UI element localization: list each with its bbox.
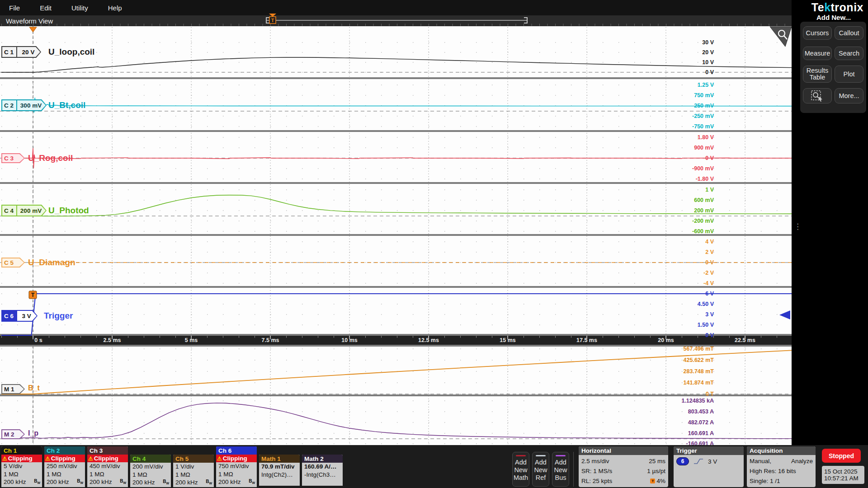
channel-badge-c4[interactable]: C 4200 mV	[1, 205, 47, 216]
measure-button[interactable]: Measure	[803, 47, 832, 60]
datetime-display[interactable]: 15 Oct 202510:57:21 AM	[822, 466, 864, 484]
time-tick-label: 7.5 ms	[262, 337, 279, 343]
badge-scale: 200 mV	[17, 206, 46, 216]
clipping-label: Clipping	[223, 455, 247, 462]
acquisition-panel[interactable]: AcquisitionManual,AnalyzeHigh Res: 16 bi…	[747, 446, 816, 487]
horizontal-row: 2.5 ms/div25 ms	[581, 456, 665, 466]
clipping-warning: ⚠Clipping	[216, 455, 257, 462]
axis-label-c6: 4.50 V	[698, 301, 714, 307]
badge-row: 450 mV/div	[87, 462, 128, 470]
channel-badge-c1[interactable]: C 120 V	[1, 46, 41, 58]
badge-row: 160.69 A/…	[302, 463, 343, 471]
clipping-warning: ⚠Clipping	[1, 455, 42, 462]
horizontal-panel[interactable]: Horizontal2.5 ms/div25 msSR: 1 MS/s1 µs/…	[579, 446, 668, 487]
axis-label-c6: 0 V	[705, 333, 714, 338]
badge-row: 250 mV/div	[44, 462, 85, 470]
add-new-bus-button[interactable]: AddNewBus	[552, 452, 569, 487]
channel-badge-c6[interactable]: C 63 V	[1, 310, 38, 322]
channel-badge-c5[interactable]: C 5	[1, 258, 25, 267]
channel-badge-m1[interactable]: M 1	[1, 384, 25, 394]
channel-setup-badge-ch3[interactable]: Ch 3⚠Clipping450 mV/div1 MΩ200 kHzBW	[87, 446, 128, 487]
trigger-title: Trigger	[674, 446, 744, 455]
badge-header: Ch 3	[87, 446, 128, 455]
menu-help[interactable]: Help	[108, 4, 122, 12]
channel-setup-badge-math2[interactable]: Math 2160.69 A/…-Intg(Ch3…	[302, 455, 343, 486]
menu-utility[interactable]: Utility	[71, 4, 88, 12]
badge-row: -Intg(Ch3…	[302, 471, 343, 479]
axis-label-c6: 1.50 V	[698, 322, 714, 328]
badge-id: C 4	[2, 206, 17, 216]
channel-name-u-loop-coil: U_loop,coil	[48, 47, 94, 57]
badge-row: 200 kHzBW	[1, 478, 42, 486]
badge-header: Ch 4	[130, 455, 171, 463]
badge-row: 200 kHzBW	[130, 479, 171, 487]
channel-badge-m2[interactable]: M 2	[1, 429, 25, 439]
cursors-button[interactable]: Cursors	[803, 26, 832, 40]
axis-label-c3: 900 mV	[694, 145, 714, 150]
badge-row: 200 kHzBW	[216, 478, 257, 486]
trigger-panel[interactable]: Trigger63 V	[674, 446, 744, 487]
badge-header: Ch 5	[173, 455, 214, 463]
badge-id: C 6	[2, 311, 17, 321]
accent-line	[556, 455, 566, 456]
horizontal-cell: SR: 1 MS/s	[581, 468, 612, 474]
callout-button[interactable]: Callout	[835, 26, 863, 40]
results-table-button[interactable]: Results Table	[803, 66, 832, 83]
axis-label-c2: -250 mV	[692, 113, 714, 119]
panel-drag-handle[interactable]: ⋮	[794, 225, 802, 229]
badge-header: Ch 1	[1, 446, 42, 455]
time-tick-label: 17.5 ms	[576, 337, 597, 343]
menu-file[interactable]: File	[9, 4, 20, 12]
badge-scale: 20 V	[17, 47, 40, 57]
axis-label-c5: 4 V	[705, 239, 714, 244]
trace-trigger	[1, 294, 792, 335]
badge-header: Ch 2	[44, 446, 85, 455]
badge-row: 1 MΩ	[44, 470, 85, 479]
more-button[interactable]: More...	[835, 88, 863, 103]
add-new-math-button[interactable]: AddNewMath	[512, 452, 529, 487]
axis-label-c3: -1.80 V	[696, 176, 714, 182]
horizontal-cell: 25 ms	[649, 458, 665, 465]
axis-label-m2: 482.072 A	[688, 420, 714, 425]
channel-setup-badge-ch4[interactable]: Ch 4200 mV/div1 MΩ200 kHzBW	[130, 455, 171, 487]
trace-b-t	[1, 350, 792, 394]
axis-label-m2: 803.453 A	[688, 409, 714, 414]
badge-row: 200 kHzBW	[173, 479, 214, 487]
right-sidebar: Add New... CursorsCalloutMeasureSearchRe…	[799, 15, 868, 445]
trigger-position-mini-icon: T	[650, 479, 655, 483]
run-state-button[interactable]: Stopped	[822, 449, 861, 463]
channel-setup-badge-ch5[interactable]: Ch 51 V/div1 MΩ200 kHzBW	[173, 455, 214, 487]
channel-badge-c3[interactable]: C 3	[1, 153, 25, 163]
channel-name-i-p: I_p	[28, 429, 38, 437]
zoom-select-button[interactable]	[803, 88, 832, 103]
bandwidth-limit-icon: BW	[249, 479, 255, 484]
horizontal-cell: 2.5 ms/div	[581, 458, 609, 465]
axis-label-c5: 0 V	[705, 260, 714, 265]
axis-label-m1: 0 T	[706, 391, 714, 397]
axis-label-c1: 20 V	[702, 50, 714, 55]
acquisition-row: High Res: 16 bits	[750, 466, 813, 476]
axis-label-m1: 283.748 mT	[684, 369, 714, 374]
channel-setup-badge-math1[interactable]: Math 170.9 mT/divIntg(Ch2)…	[259, 455, 300, 486]
axis-label-c1: 10 V	[702, 60, 714, 65]
channel-badge-c2[interactable]: C 2300 mV	[1, 99, 47, 111]
axis-label-c6: 3 V	[705, 312, 714, 317]
time-tick-label: 20 ms	[658, 337, 674, 343]
axis-label-m2: 160.691 A	[688, 431, 714, 436]
channel-setup-badge-ch2[interactable]: Ch 2⚠Clipping250 mV/div1 MΩ200 kHzBW	[44, 446, 85, 487]
axis-label-m1: 425.622 mT	[684, 357, 714, 363]
badge-header: Math 2	[302, 455, 343, 463]
badge-header: Math 1	[259, 455, 300, 463]
search-button[interactable]: Search	[835, 47, 863, 60]
menu-edit[interactable]: Edit	[40, 4, 52, 12]
axis-label-c4: -200 mV	[692, 218, 714, 224]
add-new-ref-button[interactable]: AddNewRef	[532, 452, 549, 487]
warning-icon: ⚠	[45, 455, 50, 462]
channel-setup-badge-ch1[interactable]: Ch 1⚠Clipping5 V/div1 MΩ200 kHzBW	[1, 446, 42, 487]
channel-setup-badge-ch6[interactable]: Ch 6⚠Clipping750 mV/div1 MΩ200 kHzBW	[216, 446, 257, 487]
plot-button[interactable]: Plot	[835, 66, 863, 83]
logo-text-2: tronix	[831, 1, 863, 14]
badge-row: 200 mV/div	[130, 463, 171, 471]
warning-icon: ⚠	[88, 455, 93, 462]
waveform-grid-area[interactable]: 30 V20 V10 V0 VC 120 VU_loop,coil1.25 V7…	[0, 26, 792, 445]
